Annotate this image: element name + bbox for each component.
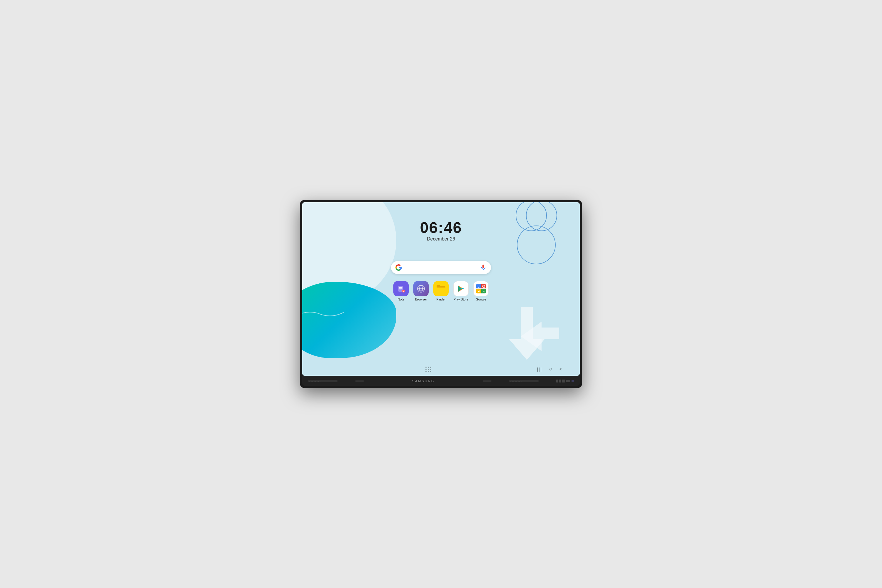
dot xyxy=(430,367,431,368)
clock-widget: 06:46 December 26 xyxy=(420,220,462,242)
clock-date: December 26 xyxy=(420,236,462,242)
nav-bar: ||| ○ < xyxy=(302,366,580,372)
playstore-label: Play Store xyxy=(454,297,469,301)
center-button-left xyxy=(355,380,364,382)
dot xyxy=(428,367,429,368)
browser-icon-svg xyxy=(417,284,425,293)
playstore-icon[interactable] xyxy=(453,281,469,296)
finder-icon[interactable] xyxy=(434,281,448,296)
microphone-icon xyxy=(480,264,487,271)
tv-bezel-bottom: SAMSUNG xyxy=(302,376,580,386)
browser-icon[interactable] xyxy=(413,281,429,296)
back-button[interactable]: < xyxy=(560,367,562,372)
note-icon[interactable]: 2 xyxy=(393,281,409,296)
ports-area xyxy=(556,380,574,382)
dot xyxy=(425,369,427,370)
finder-label: Finder xyxy=(436,297,446,301)
recent-apps-button[interactable]: ||| xyxy=(537,367,542,372)
dot xyxy=(428,369,429,370)
app-note[interactable]: 2 Note xyxy=(393,281,409,301)
google-grid: G xyxy=(476,284,486,293)
app-drawer-button[interactable] xyxy=(425,367,432,372)
speaker-right xyxy=(509,380,538,382)
tv-device: 06:46 December 26 xyxy=(300,200,582,388)
google-label: Google xyxy=(476,297,486,301)
dot xyxy=(430,369,431,370)
google-g-icon xyxy=(395,264,402,271)
app-dock: 2 Note Browser xyxy=(393,281,489,301)
bg-teal-blob xyxy=(302,282,396,358)
dot xyxy=(428,371,429,372)
search-bar[interactable] xyxy=(391,261,491,274)
note-icon-svg: 2 xyxy=(397,285,405,293)
decorative-circles xyxy=(509,202,562,265)
app-google[interactable]: G xyxy=(473,281,489,301)
svg-text:G: G xyxy=(477,285,480,288)
playstore-icon-svg xyxy=(456,284,466,293)
svg-line-18 xyxy=(484,287,485,288)
google-icon[interactable]: G xyxy=(473,281,489,296)
app-browser[interactable]: Browser xyxy=(413,281,429,301)
svg-rect-20 xyxy=(483,291,484,292)
samsung-logo: SAMSUNG xyxy=(412,379,435,383)
svg-text:2: 2 xyxy=(403,290,404,293)
app-finder[interactable]: Finder xyxy=(434,281,448,301)
svg-point-2 xyxy=(517,226,555,264)
dot xyxy=(425,367,427,368)
nav-buttons: ||| ○ < xyxy=(537,366,562,372)
speaker-left xyxy=(308,380,338,382)
dot xyxy=(430,371,431,372)
browser-label: Browser xyxy=(415,297,427,301)
svg-rect-19 xyxy=(483,291,484,291)
home-button[interactable]: ○ xyxy=(549,366,552,372)
tv-screen[interactable]: 06:46 December 26 xyxy=(302,202,580,376)
dot xyxy=(425,371,427,372)
finder-icon-svg xyxy=(436,285,446,293)
decorative-arrow xyxy=(498,307,562,367)
app-playstore[interactable]: Play Store xyxy=(453,281,469,301)
svg-point-17 xyxy=(483,285,485,288)
note-label: Note xyxy=(398,297,404,301)
clock-time: 06:46 xyxy=(420,220,462,235)
center-button-right xyxy=(483,380,492,382)
